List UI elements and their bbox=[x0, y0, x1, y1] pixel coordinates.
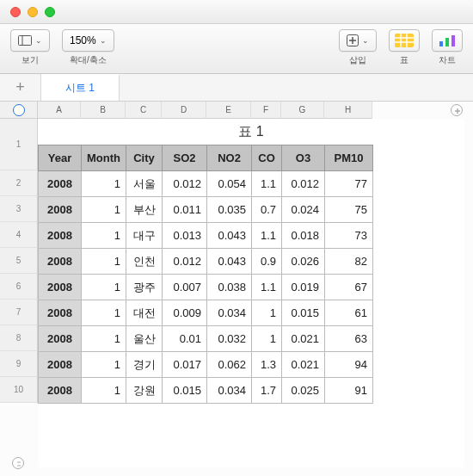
column-header-A[interactable]: A bbox=[38, 102, 81, 119]
cell-co[interactable]: 1.3 bbox=[252, 352, 282, 378]
zoom-select[interactable]: 150% ⌄ bbox=[62, 29, 114, 52]
add-sheet-button[interactable]: + bbox=[0, 74, 41, 101]
cell-year[interactable]: 2008 bbox=[39, 249, 82, 275]
cell-month[interactable]: 1 bbox=[82, 197, 126, 223]
cell-month[interactable]: 1 bbox=[82, 326, 126, 352]
table-header-cell[interactable]: O3 bbox=[282, 145, 325, 171]
row-header[interactable]: 3 bbox=[0, 196, 38, 222]
cell-o3[interactable]: 0.021 bbox=[282, 326, 325, 352]
insert-button[interactable]: ⌄ bbox=[339, 29, 377, 52]
cell-o3[interactable]: 0.012 bbox=[282, 171, 325, 197]
cell-city[interactable]: 울산 bbox=[126, 326, 163, 352]
cell-co[interactable]: 1.1 bbox=[252, 171, 282, 197]
table-origin-handle[interactable] bbox=[13, 104, 25, 116]
table-header-cell[interactable]: Month bbox=[82, 145, 126, 171]
table-header-cell[interactable]: Year bbox=[39, 145, 82, 171]
table-button[interactable] bbox=[389, 29, 420, 52]
column-header-G[interactable]: G bbox=[281, 102, 324, 119]
view-button[interactable]: ⌄ bbox=[10, 29, 50, 52]
cell-year[interactable]: 2008 bbox=[39, 171, 82, 197]
table-header-cell[interactable]: SO2 bbox=[163, 145, 207, 171]
cell-so2[interactable]: 0.012 bbox=[163, 249, 207, 275]
cell-city[interactable]: 대구 bbox=[126, 223, 163, 249]
cell-pm10[interactable]: 63 bbox=[325, 326, 373, 352]
cell-pm10[interactable]: 91 bbox=[325, 378, 373, 404]
column-header-B[interactable]: B bbox=[81, 102, 126, 119]
cell-year[interactable]: 2008 bbox=[39, 223, 82, 249]
cell-month[interactable]: 1 bbox=[82, 275, 126, 300]
cell-year[interactable]: 2008 bbox=[39, 326, 82, 352]
column-extend-handle[interactable] bbox=[451, 104, 463, 116]
cell-city[interactable]: 서울 bbox=[126, 171, 163, 197]
cell-so2[interactable]: 0.011 bbox=[163, 197, 207, 223]
cell-month[interactable]: 1 bbox=[82, 249, 126, 275]
cell-co[interactable]: 1.7 bbox=[252, 378, 282, 404]
cell-no2[interactable]: 0.043 bbox=[207, 249, 252, 275]
cell-pm10[interactable]: 73 bbox=[325, 223, 373, 249]
cell-so2[interactable]: 0.013 bbox=[163, 223, 207, 249]
sheet-tab-1[interactable]: 시트 1 bbox=[41, 74, 120, 101]
cell-year[interactable]: 2008 bbox=[39, 352, 82, 378]
row-header[interactable]: 9 bbox=[0, 351, 38, 377]
cell-so2[interactable]: 0.007 bbox=[163, 275, 207, 300]
cell-so2[interactable]: 0.009 bbox=[163, 300, 207, 326]
table-header-cell[interactable]: CO bbox=[252, 145, 282, 171]
cell-city[interactable]: 광주 bbox=[126, 275, 163, 300]
cell-no2[interactable]: 0.034 bbox=[207, 300, 252, 326]
row-extend-handle[interactable] bbox=[12, 457, 24, 469]
chart-button[interactable] bbox=[432, 29, 463, 52]
cell-so2[interactable]: 0.012 bbox=[163, 171, 207, 197]
table-title[interactable]: 표 1 bbox=[38, 119, 464, 145]
cell-co[interactable]: 0.7 bbox=[252, 197, 282, 223]
row-header[interactable]: 7 bbox=[0, 300, 38, 325]
cell-month[interactable]: 1 bbox=[82, 378, 126, 404]
row-header[interactable]: 8 bbox=[0, 325, 38, 351]
cell-o3[interactable]: 0.021 bbox=[282, 352, 325, 378]
column-header-H[interactable]: H bbox=[324, 102, 372, 119]
cell-year[interactable]: 2008 bbox=[39, 378, 82, 404]
column-header-D[interactable]: D bbox=[162, 102, 206, 119]
cell-pm10[interactable]: 61 bbox=[325, 300, 373, 326]
row-header[interactable]: 1 bbox=[0, 119, 38, 170]
cell-city[interactable]: 경기 bbox=[126, 352, 163, 378]
table-header-cell[interactable]: PM10 bbox=[325, 145, 373, 171]
cell-city[interactable]: 부산 bbox=[126, 197, 163, 223]
cell-year[interactable]: 2008 bbox=[39, 300, 82, 326]
cell-month[interactable]: 1 bbox=[82, 300, 126, 326]
cell-o3[interactable]: 0.019 bbox=[282, 275, 325, 300]
cell-city[interactable]: 인천 bbox=[126, 249, 163, 275]
table-header-cell[interactable]: City bbox=[126, 145, 163, 171]
cell-month[interactable]: 1 bbox=[82, 171, 126, 197]
cell-pm10[interactable]: 67 bbox=[325, 275, 373, 300]
row-header[interactable]: 2 bbox=[0, 170, 38, 196]
cell-no2[interactable]: 0.038 bbox=[207, 275, 252, 300]
cell-month[interactable]: 1 bbox=[82, 352, 126, 378]
cell-pm10[interactable]: 94 bbox=[325, 352, 373, 378]
cell-no2[interactable]: 0.034 bbox=[207, 378, 252, 404]
row-header[interactable]: 5 bbox=[0, 248, 38, 274]
close-window-button[interactable] bbox=[10, 7, 21, 17]
cell-pm10[interactable]: 75 bbox=[325, 197, 373, 223]
data-table[interactable]: YearMonthCitySO2NO2COO3PM10 20081서울0.012… bbox=[38, 145, 373, 404]
cell-no2[interactable]: 0.062 bbox=[207, 352, 252, 378]
zoom-window-button[interactable] bbox=[45, 7, 55, 17]
cell-o3[interactable]: 0.026 bbox=[282, 249, 325, 275]
cell-no2[interactable]: 0.054 bbox=[207, 171, 252, 197]
cell-o3[interactable]: 0.025 bbox=[282, 378, 325, 404]
cell-co[interactable]: 0.9 bbox=[252, 249, 282, 275]
cell-co[interactable]: 1.1 bbox=[252, 223, 282, 249]
cell-no2[interactable]: 0.035 bbox=[207, 197, 252, 223]
cell-city[interactable]: 대전 bbox=[126, 300, 163, 326]
cell-month[interactable]: 1 bbox=[82, 223, 126, 249]
cell-so2[interactable]: 0.015 bbox=[163, 378, 207, 404]
cell-o3[interactable]: 0.015 bbox=[282, 300, 325, 326]
cell-no2[interactable]: 0.032 bbox=[207, 326, 252, 352]
minimize-window-button[interactable] bbox=[28, 7, 38, 17]
cell-year[interactable]: 2008 bbox=[39, 275, 82, 300]
cell-year[interactable]: 2008 bbox=[39, 197, 82, 223]
cell-co[interactable]: 1.1 bbox=[252, 275, 282, 300]
table-header-cell[interactable]: NO2 bbox=[207, 145, 252, 171]
row-header[interactable]: 6 bbox=[0, 274, 38, 300]
column-header-E[interactable]: E bbox=[206, 102, 251, 119]
cell-co[interactable]: 1 bbox=[252, 300, 282, 326]
